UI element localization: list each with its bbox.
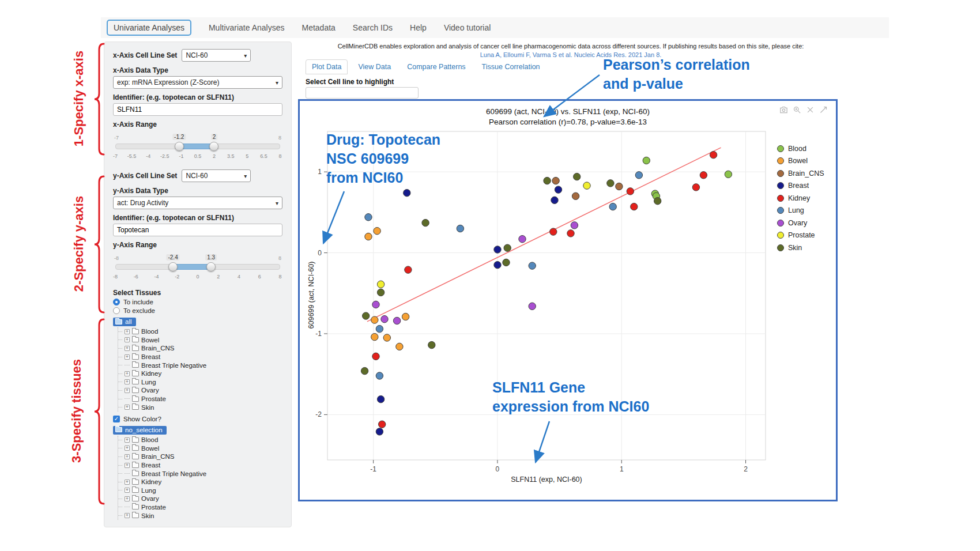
data-point-ovary[interactable] [381,316,388,323]
tree-item-lung[interactable]: +Lung [118,486,282,495]
tab-compare-patterns[interactable]: Compare Patterns [401,60,471,74]
radio-to-include[interactable]: To include [113,299,282,305]
pan-arrow-icon[interactable] [819,105,828,114]
data-point-brain-cns[interactable] [572,193,579,199]
data-point-kidney[interactable] [627,188,634,195]
expander-icon[interactable]: + [125,379,130,384]
data-point-breast[interactable] [555,186,561,193]
radio-to-exclude[interactable]: To exclude [113,307,282,314]
data-point-skin[interactable] [504,244,511,251]
tree-item-blood[interactable]: +Blood [118,327,282,336]
data-point-skin[interactable] [377,289,384,296]
camera-icon[interactable] [779,105,788,114]
zoom-icon[interactable] [793,105,801,114]
expander-icon[interactable]: + [125,446,130,451]
slider-handle-to[interactable] [209,142,218,151]
expander-icon[interactable]: + [125,405,130,410]
data-point-lung[interactable] [609,203,616,210]
data-point-skin[interactable] [654,198,661,205]
legend-item-bowel[interactable]: Bowel [777,155,824,168]
data-point-breast[interactable] [377,396,384,403]
data-point-breast[interactable] [404,190,410,197]
data-point-skin[interactable] [363,312,370,319]
data-point-kidney[interactable] [700,172,707,179]
expander-icon[interactable]: + [125,488,130,493]
expander-icon[interactable]: + [125,354,130,360]
tree-item-breast-triple-negative[interactable]: Breast Triple Negative [118,361,282,369]
legend-item-brain-cns[interactable]: Brain_CNS [777,167,824,180]
data-point-kidney[interactable] [710,152,717,158]
data-point-breast[interactable] [494,246,501,253]
slider-track[interactable] [115,144,280,149]
data-point-kidney[interactable] [631,203,638,210]
data-point-brain-cns[interactable] [616,183,623,190]
data-point-lung[interactable] [365,214,372,221]
data-point-kidney[interactable] [567,230,574,237]
data-point-kidney[interactable] [405,266,412,273]
highlight-cell-line-input[interactable] [306,87,419,99]
data-point-skin[interactable] [574,173,581,180]
data-point-bowel[interactable] [383,334,390,341]
legend-item-breast[interactable]: Breast [777,180,824,193]
tree-item-bowel[interactable]: +Bowel [118,444,282,453]
tree-item-lung[interactable]: +Lung [118,378,282,387]
tree-item-kidney[interactable]: +Kidney [118,478,282,486]
data-point-bowel[interactable] [371,333,378,340]
slider-handle-to[interactable] [206,262,216,271]
show-color-checkbox[interactable]: ✓ Show Color? [113,416,282,422]
tree-item-brain-cns[interactable]: +Brain_CNS [118,452,282,461]
y-axis-range-slider[interactable]: -8 8 -2.4 1.3 -8-6-4-202468 [115,264,280,282]
data-point-bowel[interactable] [374,228,380,235]
tab-view-data[interactable]: View Data [352,60,397,74]
data-point-lung[interactable] [635,172,642,179]
tree-item-prostate[interactable]: Prostate [118,395,282,403]
data-point-brain-cns[interactable] [552,177,559,184]
expander-icon[interactable]: + [125,454,130,459]
data-point-bowel[interactable] [402,313,409,320]
nav-tab-help[interactable]: Help [410,23,427,32]
data-point-lung[interactable] [376,372,383,379]
data-point-breast[interactable] [494,262,501,269]
tree-item-kidney[interactable]: +Kidney [118,369,282,378]
expander-icon[interactable]: + [125,480,130,485]
expander-icon[interactable]: + [125,388,130,393]
tree-root-no-selection[interactable]: no_selection [113,426,282,435]
tree-item-ovary[interactable]: +Ovary [118,495,282,503]
data-point-ovary[interactable] [372,301,379,308]
x-cell-line-set-select[interactable]: NCI-60 ▾ [182,49,251,62]
data-point-skin[interactable] [607,180,614,187]
data-point-lung[interactable] [529,262,536,269]
legend-item-skin[interactable]: Skin [777,241,824,254]
expander-icon[interactable]: + [125,337,130,342]
data-point-kidney[interactable] [379,421,386,428]
tree-item-breast-triple-negative[interactable]: Breast Triple Negative [118,469,282,478]
data-point-blood[interactable] [643,157,650,164]
nav-tab-video-tutorial[interactable]: Video tutorial [444,23,491,32]
tree-item-ovary[interactable]: +Ovary [118,386,282,395]
data-point-skin[interactable] [503,259,510,266]
y-identifier-input[interactable] [113,224,282,236]
data-point-ovary[interactable] [529,303,536,310]
expander-icon[interactable]: + [125,329,130,334]
legend-item-prostate[interactable]: Prostate [777,229,824,242]
data-point-blood[interactable] [725,171,732,178]
citation-link[interactable]: Luna A, Elloumi F, Varma S et al. Nuclei… [311,51,830,58]
data-point-lung[interactable] [457,225,463,232]
legend-item-ovary[interactable]: Ovary [777,217,824,229]
legend-item-blood[interactable]: Blood [777,142,824,155]
legend-item-lung[interactable]: Lung [777,205,824,217]
tree-root-all[interactable]: all [113,318,282,326]
slider-track[interactable] [115,264,280,270]
data-point-prostate[interactable] [583,182,590,189]
data-point-kidney[interactable] [372,353,379,360]
nav-tab-search-ids[interactable]: Search IDs [353,23,393,32]
expander-icon[interactable]: + [125,513,130,518]
data-point-skin[interactable] [544,177,551,184]
data-point-bowel[interactable] [371,316,378,323]
data-point-prostate[interactable] [377,281,384,288]
x-identifier-input[interactable] [113,103,282,116]
y-data-type-select[interactable]: act: Drug Activity ▾ [113,197,282,209]
data-point-ovary[interactable] [571,222,578,229]
data-point-skin[interactable] [422,219,429,226]
slider-handle-from[interactable] [175,142,184,151]
